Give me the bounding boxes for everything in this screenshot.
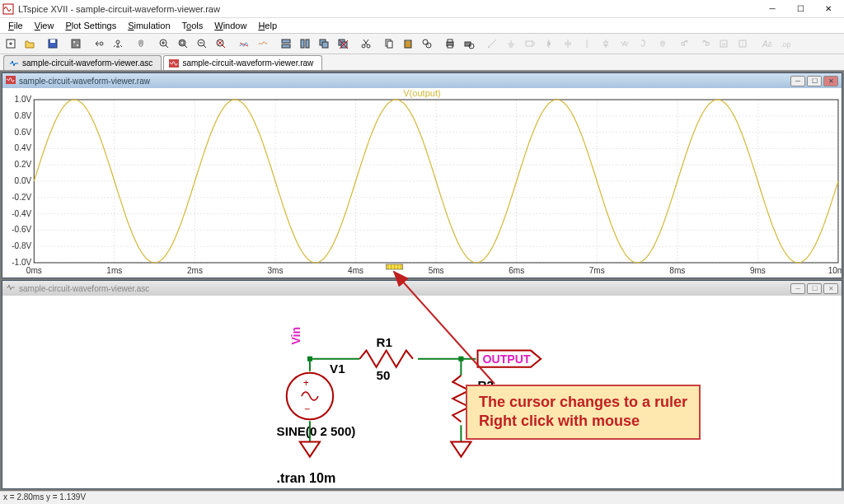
menu-plot-settings[interactable]: Plot Settings (60, 20, 121, 31)
drag-button[interactable] (654, 35, 672, 53)
resistor-button[interactable] (540, 35, 558, 53)
halt-button[interactable] (109, 35, 127, 53)
svg-text:10ms: 10ms (828, 266, 842, 275)
cut-button[interactable] (357, 35, 375, 53)
menu-help[interactable]: Help (253, 20, 282, 31)
mdi-maximize-button[interactable]: ☐ (807, 283, 822, 294)
svg-rect-19 (322, 42, 328, 48)
rotate-button[interactable]: ⟳ (715, 35, 733, 53)
svg-text:6ms: 6ms (509, 266, 524, 275)
schematic-titlebar[interactable]: sample-circuit-waveform-viewer.asc ─ ☐ ✕ (2, 281, 842, 296)
component-button[interactable] (616, 35, 634, 53)
r1-value: 50 (377, 368, 391, 382)
net-label-output[interactable]: OUTPUT (478, 351, 542, 367)
svg-text:2ms: 2ms (187, 266, 203, 275)
tran-directive: .tran 10m (277, 470, 336, 485)
r1-label: R1 (377, 335, 392, 349)
ground-symbol[interactable] (451, 441, 471, 456)
svg-text:0.0V: 0.0V (15, 176, 32, 185)
svg-text:0.2V: 0.2V (15, 160, 32, 169)
svg-rect-27 (406, 40, 410, 41)
menu-view[interactable]: View (30, 20, 59, 31)
tile-vert-button[interactable] (296, 35, 314, 53)
print-button[interactable] (441, 35, 459, 53)
plot-area[interactable]: V(output) 1.0V0.8V0.6V0.4V0.2V0.0V-0.2V-… (2, 88, 842, 278)
zoom-out-button[interactable] (193, 35, 211, 53)
mdi-maximize-button[interactable]: ☐ (807, 76, 822, 86)
maximize-button[interactable]: ☐ (786, 1, 814, 17)
svg-rect-43 (6, 76, 16, 84)
close-all-button[interactable] (334, 35, 352, 53)
pick-visible-traces-button[interactable] (235, 35, 253, 53)
diode-button[interactable] (597, 35, 615, 53)
zoom-in-button[interactable] (155, 35, 173, 53)
mirror-button[interactable] (734, 35, 752, 53)
ground-symbol[interactable] (300, 441, 320, 456)
menu-simulation[interactable]: Simulation (123, 20, 175, 31)
menu-file[interactable]: File (3, 20, 28, 31)
tab-waveform[interactable]: sample-circuit-waveform-viewer.raw (163, 55, 322, 70)
minimize-button[interactable]: ─ (758, 1, 786, 17)
autorange-y-button[interactable] (254, 35, 272, 53)
label-net-button[interactable] (521, 35, 539, 53)
annotation-callout: The cursor changes to a ruler Right clic… (466, 385, 701, 440)
svg-text:0ms: 0ms (26, 266, 42, 275)
open-button[interactable] (21, 35, 39, 53)
waveform-titlebar[interactable]: sample-circuit-waveform-viewer.raw ─ ☐ ✕ (2, 73, 842, 88)
redo-button[interactable] (696, 35, 714, 53)
svg-point-5 (73, 41, 75, 43)
search-button[interactable] (418, 35, 436, 53)
tile-horiz-button[interactable] (277, 35, 295, 53)
inductor-button[interactable] (578, 35, 596, 53)
tab-schematic[interactable]: sample-circuit-waveform-viewer.asc (3, 55, 162, 70)
paste-button[interactable] (399, 35, 417, 53)
tab-label: sample-circuit-waveform-viewer.asc (22, 58, 152, 68)
save-button[interactable] (44, 35, 62, 53)
text-button[interactable]: Aa (757, 35, 775, 53)
cascade-button[interactable] (315, 35, 333, 53)
capacitor-button[interactable] (559, 35, 577, 53)
svg-text:1ms: 1ms (106, 266, 122, 275)
copy-button[interactable] (380, 35, 398, 53)
svg-rect-32 (448, 45, 452, 48)
svg-text:0.8V: 0.8V (15, 111, 32, 120)
workspace: sample-circuit-waveform-viewer.raw ─ ☐ ✕… (0, 71, 844, 491)
run-button[interactable] (90, 35, 108, 53)
zoom-area-button[interactable] (174, 35, 192, 53)
pan-button[interactable] (132, 35, 150, 53)
print-setup-button[interactable] (460, 35, 478, 53)
svg-rect-36 (526, 41, 532, 46)
mdi-close-button[interactable]: ✕ (823, 76, 838, 86)
schematic-window: sample-circuit-waveform-viewer.asc ─ ☐ ✕ (2, 280, 842, 489)
waveform-window: sample-circuit-waveform-viewer.raw ─ ☐ ✕… (2, 72, 842, 278)
close-button[interactable]: ✕ (814, 1, 842, 17)
app-icon (2, 2, 15, 16)
document-tabs: sample-circuit-waveform-viewer.asc sampl… (0, 54, 844, 71)
mdi-minimize-button[interactable]: ─ (790, 283, 805, 294)
schematic-canvas[interactable]: + − (2, 296, 842, 488)
svg-point-35 (488, 46, 490, 48)
svg-text:-0.4V: -0.4V (12, 209, 31, 218)
svg-text:0.6V: 0.6V (15, 128, 32, 137)
ground-button[interactable] (502, 35, 520, 53)
mdi-minimize-button[interactable]: ─ (790, 76, 805, 86)
menu-tools[interactable]: Tools (177, 20, 209, 31)
control-panel-button[interactable] (67, 35, 85, 53)
new-schematic-button[interactable] (2, 35, 20, 53)
svg-text:OUTPUT: OUTPUT (483, 352, 531, 366)
move-button[interactable] (635, 35, 653, 53)
svg-rect-14 (282, 40, 290, 43)
mdi-close-button[interactable]: ✕ (823, 283, 838, 294)
autorange-button[interactable] (212, 35, 230, 53)
voltage-source-v1[interactable]: + − (287, 373, 333, 419)
window-controls: ─ ☐ ✕ (758, 1, 842, 17)
svg-text:-0.6V: -0.6V (12, 225, 31, 234)
schematic-icon (9, 59, 19, 68)
svg-text:0.4V: 0.4V (15, 143, 32, 152)
draw-wire-button[interactable] (483, 35, 501, 53)
resistor-r1[interactable] (359, 351, 413, 367)
spice-directive-button[interactable]: .op (776, 35, 794, 53)
svg-rect-4 (72, 40, 80, 48)
menu-window[interactable]: Window (209, 20, 251, 31)
undo-button[interactable] (677, 35, 695, 53)
